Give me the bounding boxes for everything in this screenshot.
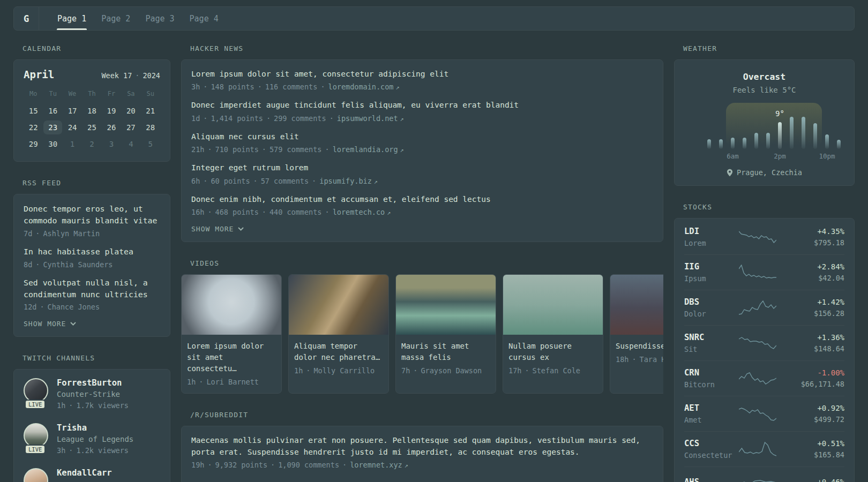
source-domain-link[interactable]: loremlandia.org <box>333 145 398 154</box>
stock-symbol[interactable]: AET <box>684 403 739 413</box>
rss-item-title[interactable]: Sed volutpat nulla nisl, a condimentum n… <box>24 277 160 300</box>
twitch-channel-name[interactable]: KendallCarr <box>57 468 112 478</box>
meta-text: 299 comments <box>274 114 326 123</box>
weather-temp-bar <box>707 139 711 149</box>
stock-row[interactable]: SNRCSit+1.36%$148.64 <box>684 325 844 360</box>
video-card[interactable]: Aliquam tempor dolor nec pharetra…1h·Mol… <box>288 274 389 394</box>
meta-text: 12d <box>24 303 36 311</box>
calendar-weekday: Sa <box>121 90 140 100</box>
stock-row[interactable]: CRNBitcorn-1.00%$66,171.48 <box>684 360 844 396</box>
calendar-day[interactable]: 16 <box>43 103 62 119</box>
stock-row[interactable]: LDILorem+4.35%$795.18 <box>684 220 844 254</box>
calendar-day[interactable]: 1 <box>63 136 82 153</box>
nav-tab-page-4[interactable]: Page 4 <box>182 7 226 30</box>
hackernews-item-title[interactable]: Donec enim nibh, condimentum et accumsan… <box>191 194 653 205</box>
subreddit-section-header: /R/SUBREDDIT <box>190 411 663 419</box>
meta-text: 6h <box>191 177 200 185</box>
calendar-day[interactable]: 27 <box>121 119 140 136</box>
calendar-day[interactable]: 29 <box>24 136 43 153</box>
calendar-day[interactable]: 20 <box>121 103 140 119</box>
weather-bar-chart: 9°6am2pm10pm <box>707 103 841 149</box>
calendar-day[interactable]: 5 <box>141 136 160 153</box>
nav-tab-page-2[interactable]: Page 2 <box>94 7 138 30</box>
source-domain-link[interactable]: loremdomain.com <box>328 82 394 91</box>
stock-change: +1.36% <box>779 333 844 342</box>
calendar-day[interactable]: 21 <box>141 103 160 119</box>
stock-sparkline <box>739 265 776 281</box>
weather-temp-bar <box>778 122 782 149</box>
calendar-day[interactable]: 19 <box>102 103 121 119</box>
calendar-day[interactable]: 25 <box>82 119 101 136</box>
stock-row[interactable]: DBSDolor+1.42%$156.28 <box>684 290 844 325</box>
video-card[interactable]: Suspendisse diam18h·Tara Holt <box>610 274 663 394</box>
stock-row[interactable]: AHS+0.46% <box>684 466 844 482</box>
weather-temp-bar <box>802 117 805 149</box>
stock-left: DBSDolor <box>684 297 739 318</box>
calendar-day-number: 25 <box>83 120 101 134</box>
rss-show-more-button[interactable]: SHOW MORE <box>24 320 160 328</box>
calendar-day[interactable]: 15 <box>24 103 43 119</box>
stock-name: Lorem <box>684 239 739 247</box>
stock-left: LDILorem <box>684 227 739 247</box>
hackernews-item-title[interactable]: Donec imperdiet augue tincidunt felis al… <box>191 100 653 111</box>
calendar-day[interactable]: 4 <box>121 136 140 153</box>
hackernews-show-more-button[interactable]: SHOW MORE <box>191 225 653 233</box>
calendar-day[interactable]: 28 <box>141 119 160 136</box>
stock-symbol[interactable]: CRN <box>684 368 739 378</box>
stock-symbol[interactable]: SNRC <box>684 333 739 342</box>
hackernews-item-title[interactable]: Integer eget rutrum lorem <box>191 162 653 174</box>
stock-name: Bitcorn <box>684 380 739 389</box>
calendar-day[interactable]: 22 <box>24 119 43 136</box>
twitch-channel-row: LIVETrishaLeague of Legends3h·1.2k viewe… <box>24 423 160 455</box>
stock-row[interactable]: IIGIpsum+2.84%$42.04 <box>684 254 844 290</box>
calendar-day[interactable]: 24 <box>63 119 82 136</box>
separator-dot: · <box>200 177 211 185</box>
calendar-day-selected[interactable]: 23 <box>43 119 62 136</box>
video-card[interactable]: Mauris sit amet massa felis7h·Grayson Da… <box>395 274 496 394</box>
calendar-weekday: Fr <box>102 90 121 100</box>
app-logo[interactable]: G <box>14 7 39 30</box>
stock-change: +0.51% <box>779 439 844 448</box>
subreddit-post-title[interactable]: Maecenas mollis pulvinar erat non posuer… <box>191 435 653 458</box>
twitch-channel-name[interactable]: ForrestBurton <box>57 378 129 388</box>
weather-location[interactable]: Prague, Czechia <box>737 168 802 177</box>
calendar-day[interactable]: 3 <box>102 136 121 153</box>
stock-right: +0.51%$165.84 <box>779 439 844 459</box>
hackernews-panel: Lorem ipsum dolor sit amet, consectetur … <box>181 59 663 242</box>
video-card[interactable]: Nullam posuere cursus ex17h·Stefan Cole <box>503 274 603 394</box>
stock-symbol[interactable]: DBS <box>684 297 739 307</box>
video-time: 1h <box>187 378 196 386</box>
weather-temp-bar <box>731 138 735 149</box>
hackernews-item-title[interactable]: Lorem ipsum dolor sit amet, consectetur … <box>191 69 653 80</box>
nav-tab-page-3[interactable]: Page 3 <box>138 7 182 30</box>
calendar-day[interactable]: 17 <box>63 103 82 119</box>
video-time: 17h <box>508 366 521 375</box>
separator-dot: · <box>339 461 350 469</box>
source-domain-link[interactable]: loremnet.xyz <box>350 461 402 469</box>
stock-symbol[interactable]: LDI <box>684 227 739 236</box>
source-domain-link[interactable]: ipsumify.biz <box>319 177 372 185</box>
weather-temp-bar <box>754 133 758 149</box>
stock-symbol[interactable]: AHS <box>684 477 739 482</box>
calendar-day[interactable]: 2 <box>82 136 101 153</box>
stock-symbol[interactable]: IIG <box>684 262 739 272</box>
source-domain-link[interactable]: ipsumworld.net <box>337 114 398 123</box>
subreddit-post: Maecenas mollis pulvinar erat non posuer… <box>191 435 653 469</box>
stock-row[interactable]: AETAmet+0.92%$499.72 <box>684 396 844 431</box>
source-domain-link[interactable]: loremtech.co <box>333 208 385 216</box>
stock-row[interactable]: CCSConsectetur+0.51%$165.84 <box>684 431 844 466</box>
video-card[interactable]: Lorem ipsum dolor sit amet consectetu…1h… <box>181 274 282 394</box>
hackernews-item-title[interactable]: Aliquam nec cursus elit <box>191 131 653 142</box>
avatar[interactable] <box>24 468 48 482</box>
calendar-day[interactable]: 18 <box>82 103 101 119</box>
calendar-day[interactable]: 26 <box>102 119 121 136</box>
twitch-channel-name[interactable]: Trisha <box>57 423 133 433</box>
rss-item-title[interactable]: Donec tempor eros leo, ut commodo mauris… <box>24 203 160 227</box>
nav-tab-page-1[interactable]: Page 1 <box>50 7 94 30</box>
calendar-section-header: CALENDAR <box>23 44 170 52</box>
rss-item-meta: 7d·Ashlyn Martin <box>24 229 160 238</box>
rss-item-title[interactable]: In hac habitasse platea <box>24 246 160 258</box>
calendar-day[interactable]: 30 <box>43 136 62 153</box>
stock-symbol[interactable]: CCS <box>684 439 739 448</box>
calendar-day-number: 18 <box>83 104 101 118</box>
